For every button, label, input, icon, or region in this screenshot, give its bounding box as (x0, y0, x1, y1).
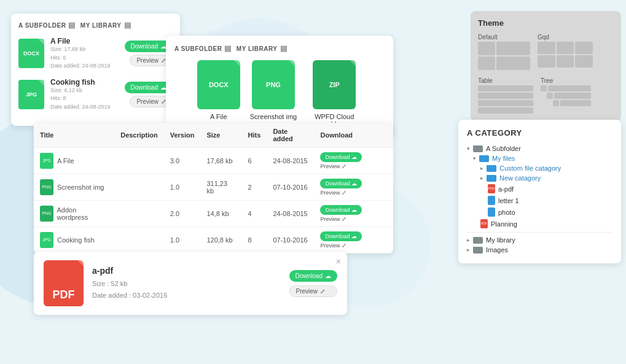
col-desc: Description (114, 123, 164, 148)
caret-down-icon-2: ▾ (473, 155, 476, 161)
tree-item-myfiles[interactable]: ▾ My files (467, 153, 612, 163)
table-download-button[interactable]: Download ☁ (320, 231, 362, 241)
tree-item-custom[interactable]: ▸ Custom file catagory (467, 163, 612, 173)
table-preview-button[interactable]: Preview ⤢ (320, 216, 346, 222)
tree-label-newcat: New catagory (499, 174, 541, 182)
table-download-button[interactable]: Download ☁ (320, 205, 362, 215)
mylibrary-tag-grid: MY LIBRARY ▤ (237, 44, 287, 53)
td-size: 17,68 kb (200, 148, 241, 174)
grid-header: A SUBFOLDER ▤ MY LIBRARY ▤ (174, 44, 385, 53)
td-desc (114, 201, 164, 227)
tree-label-images: Images (486, 246, 508, 254)
folder-icon-grid-1: ▤ (224, 44, 232, 53)
table-row: JPG A File 3.0 17,68 kb 6 24-08-2015 Dow… (34, 148, 393, 174)
table-row: PNG Addon wordpress 2.0 14,8 kb 4 24-08-… (34, 201, 393, 227)
td-actions: Download ☁ Preview ⤢ (314, 148, 393, 174)
file-thumb-docx: DOCX (18, 39, 44, 68)
list-item: DOCX A File Size: 17,68 kb Hits: 6 Date … (18, 37, 173, 71)
td-hits: 4 (242, 201, 267, 227)
td-version: 1.0 (164, 174, 201, 201)
grid-filename-1: A File (210, 113, 227, 120)
table-row: JPG Cooking fish 1.0 120,8 kb 8 07-10-20… (34, 227, 393, 254)
popup-preview-button[interactable]: Preview ⤢ (289, 285, 337, 297)
file-info-2: Cooking fish Size: 6,12 kb Hits: 8 Date … (50, 78, 119, 112)
popup-download-button[interactable]: Download ☁ (289, 270, 337, 282)
td-version: 2.0 (164, 201, 201, 227)
subfolder-tag-grid: A SUBFOLDER ▤ (174, 44, 232, 53)
td-name: PNG Screenshot img (34, 174, 114, 201)
caret-right-icon-4: ▸ (467, 247, 470, 253)
tree-label-photo: photo (498, 209, 515, 216)
folder-icon-2: ▤ (124, 21, 131, 29)
folder-icon-images (473, 247, 483, 254)
folder-icon-subfolder (473, 145, 483, 152)
table-preview-button[interactable]: Preview ⤢ (320, 163, 346, 169)
grid-files-container: DOCX A File PNG Screenshot img ZIP WPFD … (174, 60, 385, 128)
expand-icon-popup: ⤢ (320, 288, 325, 295)
theme-gqd[interactable]: Gqd (538, 34, 593, 70)
col-size: Size (200, 123, 241, 148)
list-header: A SUBFOLDER ▤ MY LIBRARY ▤ (18, 21, 173, 29)
theme-table[interactable]: Table (478, 77, 533, 114)
table-download-button[interactable]: Download ☁ (320, 179, 362, 188)
list-item: JPG Cooking fish Size: 6,12 kb Hits: 8 D… (18, 78, 173, 112)
tree-item-letter1[interactable]: letter 1 (467, 195, 612, 206)
file-name-2: Cooking fish (50, 78, 119, 87)
tree-item-subfolder[interactable]: ▾ A Subfolder (467, 144, 612, 153)
files-table: Title Description Version Size Hits Date… (34, 123, 393, 254)
popup-info: a-pdf Size : 52 kb Date added : 03-02-20… (92, 266, 281, 301)
file-icon-photo (488, 207, 495, 217)
table-preview-button[interactable]: Preview ⤢ (320, 242, 346, 249)
td-actions: Download ☁ Preview ⤢ (314, 201, 393, 227)
table-view-card: Title Description Version Size Hits Date… (34, 123, 393, 254)
tree-label-letter1: letter 1 (498, 197, 519, 204)
caret-right-icon-3: ▸ (467, 237, 470, 243)
grid-icon-docx: DOCX (197, 60, 240, 109)
table-download-button[interactable]: Download ☁ (320, 152, 362, 162)
grid-file-3: ZIP WPFD Cloud addon (307, 60, 362, 128)
td-desc (114, 148, 164, 174)
tree-item-mylibrary[interactable]: ▸ My library (467, 235, 612, 245)
td-hits: 2 (242, 174, 267, 201)
table-file-icon: JPG (40, 232, 53, 248)
file-icon-planning: PDF (480, 219, 488, 228)
col-version: Version (164, 123, 201, 148)
expand-icon-2: ⤢ (161, 98, 166, 105)
theme-tree[interactable]: Tree (541, 77, 591, 114)
pdf-icon-large: PDF (44, 260, 84, 306)
popup-filename: a-pdf (92, 266, 281, 276)
theme-default[interactable]: Default (478, 34, 530, 70)
tree-item-newcat[interactable]: ▸ New catagory (467, 173, 612, 183)
table-filename: A File (57, 157, 74, 165)
tree-item-apdf[interactable]: PDF a-pdf (467, 183, 612, 195)
category-panel: A CATEGORY ▾ A Subfolder ▾ My files ▸ Cu… (458, 120, 621, 263)
folder-icon-newcat (487, 175, 496, 182)
grid-file-1: DOCX A File (197, 60, 240, 128)
td-name: PNG Addon wordpress (34, 201, 114, 227)
tree-item-images[interactable]: ▸ Images (467, 245, 612, 255)
table-preview-button[interactable]: Preview ⤢ (320, 190, 346, 196)
close-button[interactable]: × (336, 257, 341, 266)
td-size: 311,23 kb (200, 174, 241, 201)
td-date: 24-08-2015 (267, 148, 314, 174)
caret-down-icon: ▾ (467, 145, 470, 152)
popup-content: PDF a-pdf Size : 52 kb Date added : 03-0… (44, 260, 337, 306)
tree-item-planning[interactable]: PDF Planning (467, 218, 612, 230)
file-icon-letter1 (488, 196, 495, 205)
popup-actions: Download ☁ Preview ⤢ (289, 270, 337, 297)
table-file-icon: PNG (40, 179, 53, 195)
list-view-card: A SUBFOLDER ▤ MY LIBRARY ▤ DOCX A File S… (11, 14, 180, 126)
tree-item-photo[interactable]: photo (467, 206, 612, 218)
td-version: 1.0 (164, 227, 201, 254)
tree-label-myfiles: My files (492, 155, 515, 162)
col-title: Title (34, 123, 114, 148)
td-date: 07-10-2016 (267, 227, 314, 254)
folder-icon-1: ▤ (68, 21, 76, 29)
table-filename: Addon wordpress (57, 206, 109, 221)
td-name: JPG A File (34, 148, 114, 174)
td-name: JPG Cooking fish (34, 227, 114, 254)
td-desc (114, 227, 164, 254)
td-hits: 8 (242, 227, 267, 254)
theme-title: Theme (478, 18, 614, 28)
subfolder-tag-1: A SUBFOLDER ▤ (18, 21, 76, 29)
